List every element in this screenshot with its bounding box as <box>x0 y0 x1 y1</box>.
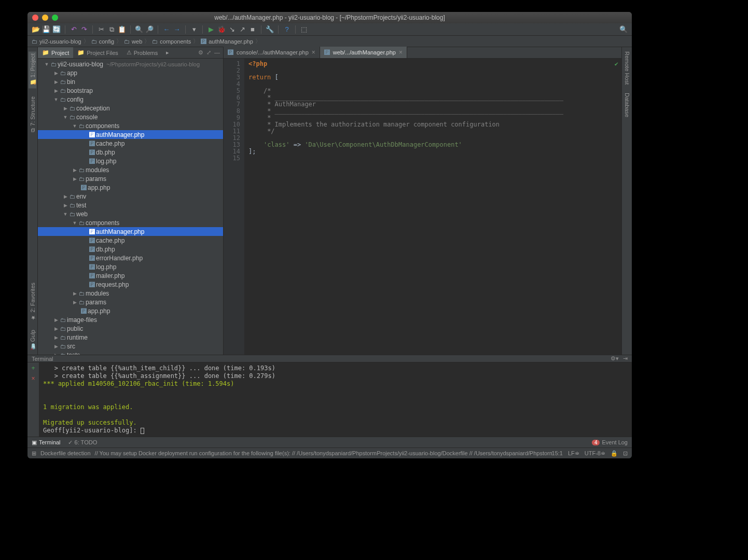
run-icon[interactable]: ▶ <box>207 25 215 34</box>
step-icon[interactable]: ↘ <box>228 25 236 34</box>
status-line-ending[interactable]: LF≑ <box>568 450 579 457</box>
tool-database[interactable]: Database <box>624 93 630 117</box>
tree-file[interactable]: 🅿log.php <box>38 262 223 271</box>
tree-dir[interactable]: ▶🗀image-files <box>38 315 223 324</box>
line-gutter: 123456789101112131415 <box>224 59 244 355</box>
tree-dir[interactable]: ▶🗀params <box>38 298 223 306</box>
tool-project[interactable]: 📁 1: Project <box>29 51 36 88</box>
paste-icon[interactable]: 📋 <box>118 25 126 34</box>
tree-dir[interactable]: ▶🗀src <box>38 342 223 351</box>
help-icon[interactable]: ? <box>283 25 291 34</box>
bottom-tab-todo[interactable]: ✓ 6: TODO <box>68 439 98 446</box>
debug-icon[interactable]: 🐞 <box>217 25 226 34</box>
status-icon[interactable]: ⊞ <box>32 450 36 457</box>
sidebar-tab-project[interactable]: 📁 Project <box>38 47 73 58</box>
breadcrumb-item[interactable]: 🗀 config <box>91 38 114 45</box>
tool-remote-host[interactable]: Remote Host <box>624 51 630 85</box>
collapse-icon[interactable]: ⤢ <box>206 49 211 56</box>
run-config-icon[interactable]: ▾ <box>190 25 198 34</box>
editor-tab-active[interactable]: 🅿web/.../authManager.php× <box>320 47 407 58</box>
breadcrumb-item[interactable]: 🗀 web <box>124 38 142 45</box>
tree-file[interactable]: 🅿app.php <box>38 306 223 315</box>
open-icon[interactable]: 📂 <box>32 25 40 34</box>
tree-file[interactable]: 🅿errorHandler.php <box>38 254 223 262</box>
terminal-hide-icon[interactable]: ⇥ <box>623 355 628 362</box>
sync-icon[interactable]: 🔄 <box>52 25 61 34</box>
tree-dir[interactable]: ▼🗀components <box>38 218 223 227</box>
tree-file-authmanager-web[interactable]: 🅿authManager.php <box>38 227 223 236</box>
editor-tab[interactable]: 🅿console/.../authManager.php× <box>224 47 320 58</box>
breadcrumb-item[interactable]: 🗀 yii2-usuario-blog <box>32 38 81 45</box>
tree-file[interactable]: 🅿cache.php <box>38 139 223 148</box>
tree-file[interactable]: 🅿log.php <box>38 157 223 165</box>
tree-file[interactable]: 🅿app.php <box>38 183 223 192</box>
tree-dir[interactable]: ▶🗀bin <box>38 77 223 86</box>
breadcrumb-item[interactable]: 🅿 authManager.php <box>201 38 253 45</box>
maximize-window-icon[interactable] <box>52 15 58 21</box>
tree-dir[interactable]: ▶🗀bootstrap <box>38 86 223 95</box>
tree-dir[interactable]: ▶🗀modules <box>38 165 223 174</box>
tree-dir[interactable]: ▶🗀tests <box>38 351 223 355</box>
undo-icon[interactable]: ↶ <box>70 25 78 34</box>
project-tree[interactable]: ▼🗀yii2-usuario-blog~/PhpstormProjects/yi… <box>38 59 223 355</box>
close-tab-icon[interactable]: × <box>312 49 315 56</box>
tree-dir[interactable]: ▼🗀web <box>38 209 223 218</box>
gear-icon[interactable]: ⚙ <box>198 49 203 56</box>
tree-file[interactable]: 🅿mailer.php <box>38 271 223 280</box>
tree-dir[interactable]: ▶🗀runtime <box>38 333 223 342</box>
step2-icon[interactable]: ↗ <box>238 25 246 34</box>
tree-dir[interactable]: ▼🗀console <box>38 113 223 121</box>
settings-icon[interactable]: 🔧 <box>266 25 274 34</box>
status-lock-icon[interactable]: 🔒 <box>611 450 618 457</box>
back-icon[interactable]: ← <box>162 25 171 34</box>
titlebar: web/.../authManager.php - yii2-usuario-b… <box>27 12 632 23</box>
status-encoding[interactable]: UTF-8≑ <box>585 450 605 457</box>
tree-dir[interactable]: ▶🗀public <box>38 324 223 333</box>
tree-file[interactable]: 🅿db.php <box>38 148 223 157</box>
copy-icon[interactable]: ⧉ <box>107 25 116 34</box>
tree-dir[interactable]: ▼🗀config <box>38 95 223 104</box>
tool-favorites[interactable]: ★ 2: Favorites <box>29 283 36 321</box>
tree-root[interactable]: ▼🗀yii2-usuario-blog~/PhpstormProjects/yi… <box>38 60 223 68</box>
save-icon[interactable]: 💾 <box>42 25 50 34</box>
tree-dir[interactable]: ▶🗀params <box>38 174 223 183</box>
cut-icon[interactable]: ✂ <box>97 25 105 34</box>
sidebar-tab-problems[interactable]: ⚠ Problems <box>122 47 162 58</box>
tree-dir[interactable]: ▶🗀modules <box>38 289 223 298</box>
code-area[interactable]: 123456789101112131415 ✔ <?php return [ /… <box>224 59 621 355</box>
hide-icon[interactable]: — <box>214 49 220 56</box>
tree-file[interactable]: 🅿cache.php <box>38 236 223 245</box>
breadcrumb-item[interactable]: 🗀 components <box>152 38 191 45</box>
close-tab-icon[interactable]: × <box>399 49 403 56</box>
sidebar-tab-more[interactable]: ▸ <box>162 47 173 58</box>
bottom-tab-terminal[interactable]: ▣ Terminal <box>32 439 61 446</box>
tree-dir[interactable]: ▼🗀components <box>38 121 223 130</box>
minimize-window-icon[interactable] <box>42 15 48 21</box>
tree-file-authmanager[interactable]: 🅿authManager.php <box>38 130 223 139</box>
find-icon[interactable]: 🔍 <box>135 25 143 34</box>
tool-structure[interactable]: ⧉ 7: Structure <box>30 96 36 132</box>
terminal-close-icon[interactable]: × <box>31 375 35 382</box>
redo-icon[interactable]: ↷ <box>80 25 88 34</box>
replace-icon[interactable]: 🔎 <box>145 25 154 34</box>
search-everywhere-icon[interactable]: 🔍 <box>619 25 628 34</box>
misc-icon[interactable]: ⬚ <box>300 25 308 34</box>
tree-file[interactable]: 🅿request.php <box>38 280 223 289</box>
project-sidebar: 📁 Project 📁 Project Files ⚠ Problems ▸ ⚙… <box>38 47 224 355</box>
status-position[interactable]: 15:1 <box>552 450 563 456</box>
terminal-output[interactable]: > create table {{%auth_item_child}} ... … <box>39 362 632 437</box>
status-layout-icon[interactable]: ⊡ <box>623 450 628 457</box>
sidebar-tab-project-files[interactable]: 📁 Project Files <box>73 47 122 58</box>
stop-icon[interactable]: ■ <box>248 25 257 34</box>
tree-file[interactable]: 🅿db.php <box>38 245 223 254</box>
tool-gulp[interactable]: 🥤 Gulp <box>29 330 36 351</box>
tree-dir[interactable]: ▶🗀test <box>38 201 223 209</box>
terminal-add-icon[interactable]: + <box>31 365 35 372</box>
event-log[interactable]: 4Event Log <box>592 439 628 445</box>
tree-dir[interactable]: ▶🗀app <box>38 68 223 77</box>
forward-icon[interactable]: → <box>173 25 181 34</box>
tree-dir[interactable]: ▶🗀env <box>38 192 223 201</box>
terminal-settings-icon[interactable]: ⚙▾ <box>611 355 619 362</box>
tree-dir[interactable]: ▶🗀codeception <box>38 104 223 113</box>
close-window-icon[interactable] <box>32 15 38 21</box>
